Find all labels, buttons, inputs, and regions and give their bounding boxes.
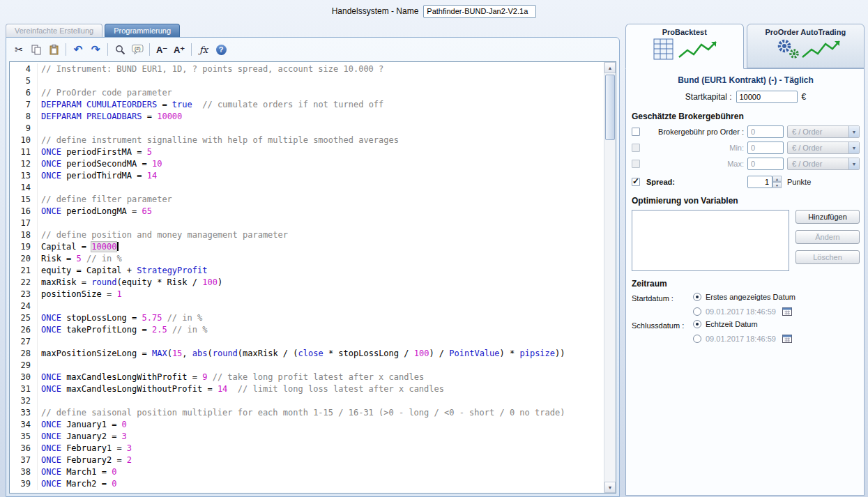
code-text: // Instrument: BUND EUR1, 1D, ? points s… [41,63,383,75]
startdate-block: Startdatum : Erstes angezeigtes Datum 09… [632,293,860,316]
edit-variable-button[interactable]: Ändern [795,230,860,244]
fee-max-checkbox[interactable] [632,160,640,168]
enddate-custom-radio[interactable] [693,335,701,343]
line-number: 16 [10,206,38,217]
code-line: 17 [10,217,604,229]
broker-fee-input[interactable] [747,125,784,138]
tab-vereinfachte-erstellung[interactable]: Vereinfachte Erstellung [6,24,102,37]
delete-variable-button[interactable]: Löschen [795,250,860,264]
code-text: // define position and money management … [41,229,288,241]
tab-proorder-label: ProOrder AutoTrading [747,28,865,36]
line-number: 36 [10,443,38,454]
line-number: 28 [10,348,38,360]
help-icon[interactable]: ? [213,42,229,57]
svg-text:(#): (#) [134,46,140,52]
backtest-panel: ProBacktest ProOrder AutoTrading [625,22,868,497]
scrollbar-thumb[interactable] [605,75,615,140]
code-line: 35ONCE January2 = 3 [10,431,604,443]
code-text: DEFPARAM PRELOADBARS = 10000 [41,111,182,123]
fee-min-checkbox[interactable] [632,144,640,152]
chevron-down-icon[interactable]: ▼ [848,158,859,169]
fee-max-unit-select[interactable]: € / Order ▼ [787,158,860,170]
line-number: 20 [10,253,38,265]
startdate-value: 09.01.2017 18:46:59 [706,307,776,316]
fee-max-label: Max: [646,160,744,168]
enddate-value: 09.01.2017 18:46:59 [706,335,776,343]
undo-icon[interactable]: ↶ [70,42,86,57]
spinner-down-icon[interactable]: ▼ [772,182,782,188]
code-line: 27 [10,336,604,348]
enddate-realtime-option: Echtzeit Datum [693,320,860,328]
line-number: 33 [10,407,38,419]
startkapital-row: Startkapital : € [632,91,860,103]
calendar-icon[interactable] [782,334,792,343]
table-chart-icon [636,56,733,64]
tab-programmierung[interactable]: Programmierung [105,24,180,37]
copy-icon[interactable] [29,42,44,57]
scroll-down-arrow[interactable]: ▼ [604,482,616,493]
line-number: 37 [10,454,38,466]
startdate-first-label: Erstes angezeigtes Datum [706,293,795,301]
fee-min-input[interactable] [747,142,784,154]
code-text: ONCE February1 = 3 [41,443,132,454]
variables-listbox[interactable] [632,210,789,271]
vertical-scrollbar[interactable]: ▲ ▼ [604,62,616,493]
search-icon[interactable] [112,42,128,57]
tab-proorder-autotrading[interactable]: ProOrder AutoTrading [747,24,865,68]
code-line: 38ONCE March1 = 0 [10,466,604,478]
font-decrease-icon[interactable]: A⁻ [154,42,169,57]
toolbar-separator [191,43,192,56]
enddate-label: Schlussdatum : [632,320,693,343]
startdate-label: Startdatum : [632,293,693,316]
line-number: 6 [10,87,38,99]
editor-toolbar: ✂ ↶ ↷ (#) A⁻ A⁺ [9,40,616,59]
comment-icon[interactable]: (#) [130,42,145,57]
line-number: 21 [10,265,38,277]
code-text: Capital = 10000 [41,241,119,253]
enddate-block: Schlussdatum : Echtzeit Datum 09.01.2017… [632,320,860,343]
tab-probacktest[interactable]: ProBacktest [625,24,744,69]
editor-tabs: Vereinfachte Erstellung Programmierung [6,22,625,37]
broker-fee-unit-select[interactable]: € / Order ▼ [787,125,860,138]
calendar-icon[interactable] [782,307,792,316]
line-number: 29 [10,360,38,372]
fee-min-unit-select[interactable]: € / Order ▼ [787,142,860,154]
code-line: 31ONCE maxCandlesLongWithoutProfit = 14 … [10,383,604,395]
code-text: equity = Capital + StrategyProfit [41,265,207,277]
spread-input[interactable] [747,176,772,188]
add-variable-button[interactable]: Hinzufügen [795,210,860,224]
chevron-down-icon[interactable]: ▼ [848,126,859,137]
line-number: 31 [10,383,38,395]
code-text: ONCE periodSecondMA = 10 [41,158,162,170]
startdate-first-radio[interactable] [693,293,701,301]
spinner-up-icon[interactable]: ▲ [772,176,782,182]
scroll-up-arrow[interactable]: ▲ [604,62,616,73]
paste-icon[interactable] [46,42,61,57]
line-number: 38 [10,466,38,478]
line-number: 12 [10,158,38,170]
code-area[interactable]: 4// Instrument: BUND EUR1, 1D, ? points … [10,62,604,493]
fee-max-input[interactable] [747,158,784,170]
spread-checkbox[interactable] [632,178,640,186]
spread-row: Spread: ▲ ▼ Punkte [632,176,860,188]
redo-icon[interactable]: ↷ [88,42,103,57]
code-line: 7DEFPARAM CUMULATEORDERS = true // cumul… [10,99,604,111]
enddate-realtime-radio[interactable] [693,320,701,328]
broker-fee-checkbox[interactable] [632,128,640,136]
line-number: 18 [10,229,38,241]
font-increase-icon[interactable]: A⁺ [172,42,187,57]
code-text: ONCE periodThirdMA = 14 [41,170,157,182]
insert-function-icon[interactable]: ƒx [196,42,211,57]
code-text: maxRisk = round(equity * Risk / 100) [41,277,222,289]
startkapital-input[interactable] [736,91,798,103]
startdate-custom-radio[interactable] [693,307,701,316]
code-line: 19Capital = 10000 [10,241,604,253]
code-line: 16ONCE periodLongMA = 65 [10,206,604,217]
code-text: ONCE January2 = 3 [41,431,127,443]
system-name-input[interactable] [423,5,536,18]
code-line: 21equity = Capital + StrategyProfit [10,265,604,277]
code-editor[interactable]: 4// Instrument: BUND EUR1, 1D, ? points … [9,61,616,494]
cut-icon[interactable]: ✂ [11,42,26,57]
chevron-down-icon[interactable]: ▼ [848,142,859,153]
line-number: 10 [10,135,38,146]
